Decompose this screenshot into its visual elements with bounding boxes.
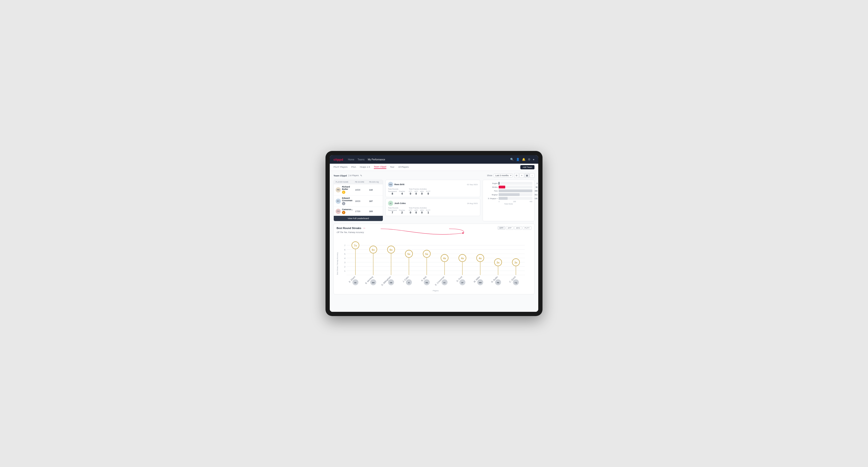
tab-all-players[interactable]: All Players [398, 165, 409, 168]
putt-value: 0 [428, 192, 429, 195]
svg-text:2: 2 [344, 266, 345, 268]
settings-icon[interactable]: ⚙ [528, 158, 530, 161]
rank-badge: 2 [342, 202, 345, 205]
activities-sub: OTT 0 APP 0 ARG 0 [409, 191, 430, 195]
profile-icon[interactable]: ● [533, 158, 534, 161]
bar-fill [499, 189, 532, 192]
player-name: Richard Butler [342, 186, 355, 190]
tournament-stat: Tournament 7 [388, 210, 397, 214]
pb-avg: 103 [369, 210, 381, 213]
period-select[interactable]: Last 3 months Last 6 months Last year [494, 174, 513, 177]
activities-group: Total Practice Activities OTT 0 APP 0 [409, 188, 430, 195]
rounds-label: Total Rounds [388, 207, 405, 209]
rounds-sub: Tournament 8 Practice 4 [388, 191, 405, 195]
nav-teams[interactable]: Teams [358, 158, 365, 161]
tournament-label: Tournament [388, 210, 397, 211]
streak-filters: OTT APP ARG PUTT [498, 226, 531, 230]
edit-team-icon[interactable]: ✎ [360, 174, 362, 177]
ott-label: OTT [409, 210, 412, 211]
filter-putt[interactable]: PUTT [523, 226, 531, 230]
player-card: JC Josh Coles 26 Aug 2023 Total Rounds [385, 198, 480, 216]
practice-value: 2 [401, 211, 403, 214]
streaks-title: Best Round Streaks [337, 227, 361, 229]
show-label: Show [487, 174, 492, 177]
putt-stat: PUTT 1 [426, 210, 430, 214]
nav-icons: 🔍 👤 🔔 ⚙ ● [510, 158, 534, 161]
app-label: APP [414, 210, 418, 211]
main-content: Team Clippd | 14 Players ✎ Show Last 3 m… [330, 171, 538, 312]
rounds-label: Total Rounds [388, 188, 405, 190]
app-stat: APP 0 [414, 191, 418, 195]
list-view-btn[interactable]: ≡ [519, 173, 524, 178]
player-name: Josh Coles [394, 202, 406, 205]
player-card: RB Rees Britt 02 Sep 2023 Total Rounds [385, 180, 480, 197]
svg-text:3: 3 [344, 261, 346, 264]
player-name: Rees Britt [394, 183, 404, 186]
rounds-sub: Tournament 7 Practice 2 [388, 210, 405, 214]
svg-text:RB: RB [426, 282, 428, 283]
putt-value: 1 [428, 211, 429, 214]
ott-stat: OTT 0 [409, 191, 412, 195]
pb-score: 17/20 [355, 210, 369, 213]
show-controls: Show Last 3 months Last 6 months Last ye… [487, 173, 534, 178]
avatar: RB [336, 187, 341, 192]
tab-team-clippd[interactable]: Team Clippd [374, 165, 386, 169]
putt-label: PUTT [426, 191, 430, 192]
x-axis-tick: 200 [513, 201, 516, 203]
svg-text:4x: 4x [461, 257, 464, 260]
player-count: | 14 Players [348, 174, 359, 177]
bar-value: 96 [536, 186, 537, 188]
bar-track: 131 [499, 197, 532, 200]
rounds-group: Total Rounds Tournament 7 Practice 2 [388, 207, 405, 214]
svg-text:6x: 6x [390, 248, 393, 251]
search-icon[interactable]: 🔍 [510, 158, 514, 161]
svg-text:4x: 4x [479, 257, 482, 260]
x-axis-tick: 0 [499, 201, 500, 203]
bell-icon[interactable]: 🔔 [522, 158, 526, 161]
tablet-frame: clippd Home Teams My Performance 🔍 👤 🔔 ⚙… [326, 151, 542, 316]
card-view-btn[interactable]: ▦ [525, 173, 529, 178]
arg-stat: ARG 0 [420, 210, 424, 214]
bar-chart-footer: Total Shots [485, 203, 532, 205]
svg-text:BM: BM [372, 282, 375, 283]
practice-label: Practice [399, 191, 405, 192]
tab-tour[interactable]: Tour [390, 165, 394, 168]
y-axis-label: Best Streak, Fairway Accuracy [337, 236, 340, 292]
tablet-screen: clippd Home Teams My Performance 🔍 👤 🔔 ⚙… [330, 155, 538, 312]
chart-area: Best Streak, Fairway Accuracy 12345677xE… [337, 236, 531, 292]
tab-pga[interactable]: PGA [351, 165, 356, 168]
svg-text:6: 6 [344, 248, 346, 251]
streaks-panel: Best Round Streaks ← OTT APP ARG PUTT Of… [334, 224, 534, 294]
practice-value: 4 [401, 192, 403, 195]
table-row: RB Richard Butler 1 19/20 110 [334, 184, 383, 195]
svg-text:RB: RB [497, 282, 499, 283]
card-header: JC Josh Coles 26 Aug 2023 [388, 201, 478, 206]
svg-text:5x: 5x [407, 253, 410, 255]
view-leaderboard-button[interactable]: View Full Leaderboard [334, 216, 383, 221]
filter-ott[interactable]: OTT [498, 226, 505, 230]
user-icon[interactable]: 👤 [516, 158, 520, 161]
svg-text:DB: DB [390, 282, 392, 283]
bar-row: Birdies96 [485, 186, 532, 188]
nav-home[interactable]: Home [348, 158, 354, 161]
activities-sub: OTT 0 APP 0 ARG 0 [409, 210, 430, 214]
bar-track: 3 [499, 182, 532, 185]
grid-view-btn[interactable]: ⊞ [514, 173, 519, 178]
ott-label: OTT [409, 191, 412, 192]
filter-arg[interactable]: ARG [514, 226, 522, 230]
add-team-button[interactable]: Add Team [520, 165, 534, 169]
nav-my-performance[interactable]: My Performance [368, 158, 385, 161]
rounds-group: Total Rounds Tournament 8 Practice 4 [388, 188, 405, 195]
ott-stat: OTT 0 [409, 210, 412, 214]
practice-label: Practice [399, 210, 405, 211]
app-value: 0 [415, 211, 417, 214]
filter-app[interactable]: APP [506, 226, 514, 230]
bubble-chart-svg: 12345677xE. ElvertEE6xB. McHergBM6xD. Bi… [340, 236, 531, 288]
avatar: EC [336, 198, 341, 204]
tab-pgat-players[interactable]: PGAT Players [334, 165, 347, 168]
svg-text:3x: 3x [497, 261, 500, 264]
tab-hcaps[interactable]: Hcaps 1-5 [360, 165, 370, 168]
svg-text:MM: MM [479, 282, 482, 283]
table-view-btn[interactable]: ↕ [530, 173, 534, 178]
team-header: Team Clippd | 14 Players ✎ Show Last 3 m… [334, 173, 534, 178]
